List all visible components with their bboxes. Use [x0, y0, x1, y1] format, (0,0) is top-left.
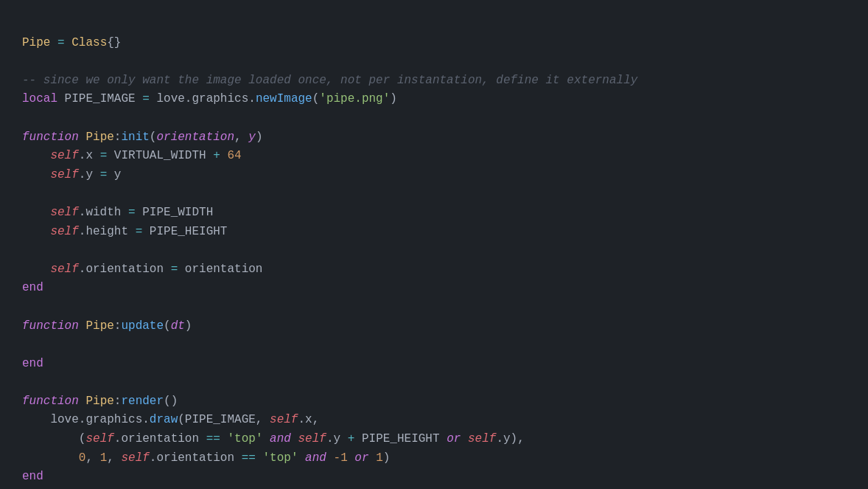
code-token: Pipe [22, 36, 50, 49]
code-editor: Pipe = Class{} -- since we only want the… [22, 15, 846, 487]
